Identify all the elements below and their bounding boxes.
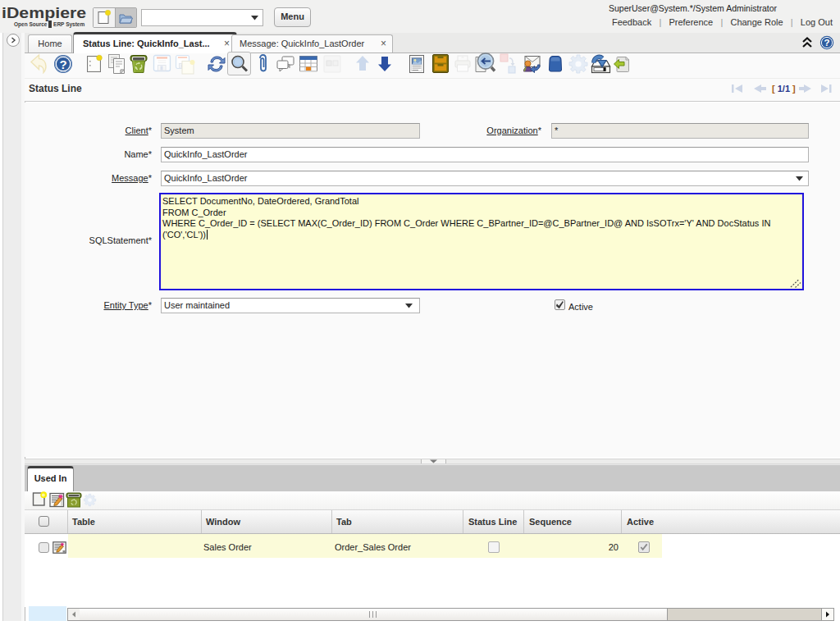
svg-text:?: ? — [59, 57, 66, 71]
svg-text:?: ? — [824, 38, 829, 48]
svg-text:[ 1/1 ]: [ 1/1 ] — [772, 84, 796, 94]
